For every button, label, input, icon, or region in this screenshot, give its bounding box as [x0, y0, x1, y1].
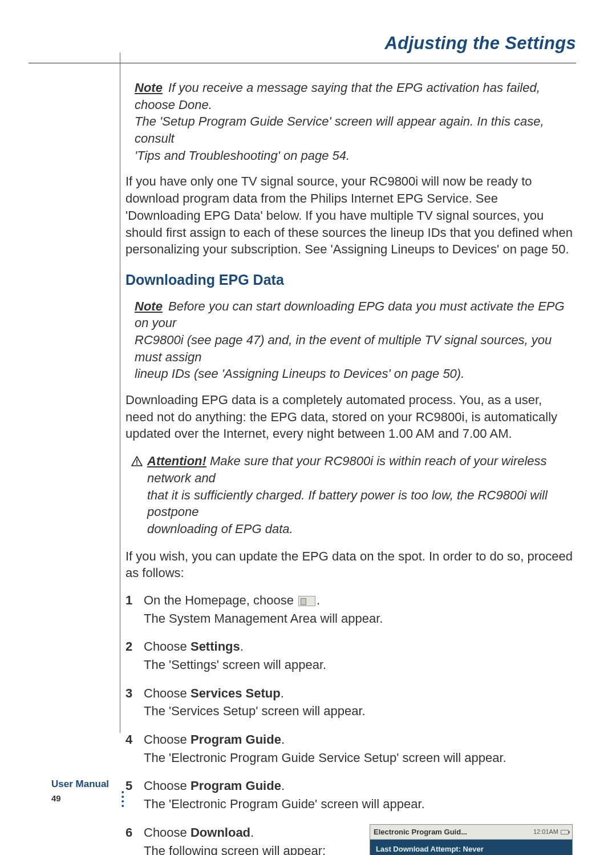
- home-settings-icon: [298, 596, 315, 606]
- attention-text: Make sure that your RC9800i is within re…: [147, 454, 547, 485]
- page-header: Adjusting the Settings: [0, 0, 616, 59]
- step-text: .: [281, 779, 285, 793]
- step-bold: Download: [191, 825, 250, 840]
- step-bold: Settings: [191, 639, 240, 654]
- body-paragraph: If you wish, you can update the EPG data…: [125, 548, 573, 582]
- margin-rule: [120, 53, 120, 733]
- note-text: The 'Setup Program Guide Service' screen…: [135, 114, 544, 146]
- step-text: Choose: [144, 732, 191, 747]
- page-footer: User Manual 49 ••••: [51, 779, 120, 808]
- step-subtext: The following screen will appear:: [144, 842, 357, 856]
- step-subtext: The 'Electronic Program Guide' screen wi…: [144, 796, 573, 813]
- step-bold: Program Guide: [191, 732, 281, 747]
- step-text: .: [317, 593, 320, 607]
- step-subtext: The 'Services Setup' screen will appear.: [144, 703, 573, 720]
- step-text: Choose: [144, 779, 191, 793]
- device-screenshot: Electronic Program Guid... 12:01AM Last …: [370, 824, 573, 855]
- step-item: Choose Program Guide. The 'Electronic Pr…: [125, 777, 573, 812]
- attention-block: Attention! Make sure that your RC9800i i…: [131, 453, 573, 537]
- attention-text: that it is sufficiently charged. If batt…: [147, 488, 548, 519]
- note-text: RC9800i (see page 47) and, in the event …: [135, 333, 552, 364]
- attention-label: Attention!: [147, 454, 206, 468]
- svg-point-1: [136, 463, 137, 465]
- content: Note If you receive a message saying tha…: [125, 63, 573, 855]
- note-text: Before you can start downloading EPG dat…: [135, 299, 565, 330]
- step-item: Choose Program Guide. The 'Electronic Pr…: [125, 731, 573, 766]
- battery-icon: [561, 830, 569, 834]
- step-text: Choose: [144, 686, 191, 700]
- footer-label: User Manual: [51, 779, 120, 790]
- step-text: Choose: [144, 639, 191, 654]
- page-number: 49: [51, 793, 61, 803]
- dot-ornament-icon: ••••: [121, 790, 123, 808]
- note-text: If you receive a message saying that the…: [135, 80, 540, 112]
- step-text: On the Homepage, choose: [144, 593, 297, 607]
- step-text: .: [281, 732, 285, 747]
- numbered-steps: On the Homepage, choose . The System Man…: [125, 592, 573, 855]
- step-bold: Services Setup: [191, 686, 281, 700]
- note-text: 'Tips and Troubleshooting' on page 54.: [135, 148, 350, 163]
- step-item: Choose Settings. The 'Settings' screen w…: [125, 638, 573, 673]
- step-subtext: The 'Settings' screen will appear.: [144, 656, 573, 673]
- subheading: Downloading EPG Data: [125, 271, 573, 290]
- attention-text: downloading of EPG data.: [147, 522, 293, 536]
- section-title: Adjusting the Settings: [384, 33, 576, 53]
- note-text: lineup IDs (see 'Assigning Lineups to De…: [135, 366, 464, 381]
- step-subtext: The System Management Area will appear.: [144, 610, 573, 627]
- step-text: .: [250, 825, 254, 840]
- ss-clock: 12:01AM: [533, 828, 569, 836]
- warning-triangle-icon: [131, 454, 143, 471]
- step-item: Choose Download. The following screen wi…: [125, 824, 573, 855]
- note-label: Note: [135, 80, 163, 95]
- note-label: Note: [135, 299, 163, 313]
- note-block-2: Note Before you can start downloading EP…: [135, 298, 573, 382]
- step-item: Choose Services Setup. The 'Services Set…: [125, 685, 573, 720]
- note-block-1: Note If you receive a message saying tha…: [135, 79, 573, 164]
- step-subtext: The 'Electronic Program Guide Service Se…: [144, 749, 573, 767]
- step-text: .: [281, 686, 284, 700]
- ss-window-title: Electronic Program Guid...: [374, 827, 467, 837]
- body-paragraph: Downloading EPG data is a completely aut…: [125, 392, 573, 442]
- body-paragraph: If you have only one TV signal source, y…: [125, 173, 573, 257]
- step-bold: Program Guide: [191, 779, 281, 793]
- step-text: Choose: [144, 825, 191, 840]
- step-text: .: [240, 639, 244, 654]
- ss-status-text: Last Download Attempt: Never: [376, 844, 566, 854]
- step-item: On the Homepage, choose . The System Man…: [125, 592, 573, 627]
